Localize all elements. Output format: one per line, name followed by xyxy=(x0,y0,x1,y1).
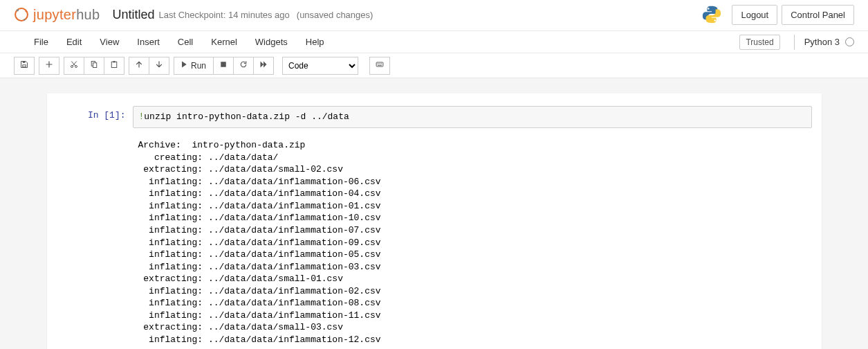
svg-point-8 xyxy=(71,66,73,68)
code-text: unzip intro-python-data.zip -d ../data xyxy=(144,111,349,122)
copy-icon xyxy=(90,60,98,71)
celltype-select[interactable]: Code xyxy=(282,57,358,75)
save-button[interactable] xyxy=(14,57,35,75)
paste-button[interactable] xyxy=(104,57,124,75)
document-title[interactable]: Untitled xyxy=(112,8,154,22)
code-cell[interactable]: In [1]: !unzip intro-python-data.zip -d … xyxy=(47,103,822,131)
output-prompt xyxy=(57,139,133,346)
svg-rect-14 xyxy=(221,62,226,67)
svg-point-9 xyxy=(75,66,77,68)
menubar: File Edit View Insert Cell Kernel Widget… xyxy=(0,31,868,53)
menu-widgets[interactable]: Widgets xyxy=(246,33,297,51)
notebook-container: In [1]: !unzip intro-python-data.zip -d … xyxy=(0,78,868,349)
copy-button[interactable] xyxy=(84,57,104,75)
jupyter-icon xyxy=(14,7,29,22)
trusted-badge[interactable]: Trusted xyxy=(739,35,779,50)
logo-text: jupyterhub xyxy=(33,7,100,23)
svg-point-3 xyxy=(24,19,25,20)
unsaved-indicator: (unsaved changes) xyxy=(297,10,373,20)
svg-point-18 xyxy=(378,63,379,64)
logout-button[interactable]: Logout xyxy=(732,5,777,25)
arrow-down-icon xyxy=(155,60,163,71)
svg-rect-7 xyxy=(23,62,26,63)
plus-icon xyxy=(45,60,53,71)
add-cell-button[interactable] xyxy=(39,57,59,75)
input-prompt: In [1]: xyxy=(57,106,133,128)
cell-output: Archive: intro-python-data.zip creating:… xyxy=(133,139,812,346)
restart-icon xyxy=(239,60,248,71)
menu-file[interactable]: File xyxy=(25,33,57,51)
code-input[interactable]: !unzip intro-python-data.zip -d ../data xyxy=(133,106,812,128)
move-up-button[interactable] xyxy=(129,57,149,75)
svg-rect-16 xyxy=(378,65,382,66)
run-label: Run xyxy=(191,61,206,71)
svg-point-19 xyxy=(380,63,380,64)
menu-help[interactable]: Help xyxy=(297,33,333,51)
kernel-indicator[interactable]: Python 3 xyxy=(794,35,854,50)
play-icon xyxy=(180,60,188,71)
cut-button[interactable] xyxy=(64,57,84,75)
menubar-items: File Edit View Insert Cell Kernel Widget… xyxy=(25,33,333,51)
menu-edit[interactable]: Edit xyxy=(57,33,91,51)
svg-rect-11 xyxy=(93,63,97,68)
output-cell: Archive: intro-python-data.zip creating:… xyxy=(47,131,822,348)
kernel-name: Python 3 xyxy=(804,37,840,47)
svg-point-4 xyxy=(708,8,710,9)
menu-kernel[interactable]: Kernel xyxy=(202,33,246,51)
svg-point-2 xyxy=(26,10,27,12)
menu-view[interactable]: View xyxy=(91,33,128,51)
scissors-icon xyxy=(70,60,78,71)
restart-button[interactable] xyxy=(234,57,254,75)
keyboard-icon xyxy=(376,60,384,71)
python-icon xyxy=(701,4,722,25)
control-panel-button[interactable]: Control Panel xyxy=(782,5,854,25)
header-bar: jupyterhub Untitled Last Checkpoint: 14 … xyxy=(0,0,868,31)
save-icon xyxy=(20,60,28,71)
menu-insert[interactable]: Insert xyxy=(128,33,169,51)
svg-point-17 xyxy=(377,63,378,64)
menu-cell[interactable]: Cell xyxy=(169,33,202,51)
svg-point-5 xyxy=(714,19,716,21)
notebook-sheet: In [1]: !unzip intro-python-data.zip -d … xyxy=(47,93,822,349)
svg-point-1 xyxy=(17,9,19,11)
checkpoint-text: Last Checkpoint: 14 minutes ago xyxy=(158,10,289,20)
run-button[interactable]: Run xyxy=(174,57,214,75)
svg-point-20 xyxy=(381,63,382,64)
arrow-up-icon xyxy=(135,60,143,71)
fast-forward-icon xyxy=(259,60,268,71)
stop-icon xyxy=(219,60,228,71)
svg-rect-13 xyxy=(113,61,116,62)
svg-rect-12 xyxy=(111,62,117,67)
jupyterhub-logo[interactable]: jupyterhub xyxy=(14,7,100,23)
command-palette-button[interactable] xyxy=(369,57,390,75)
paste-icon xyxy=(110,60,118,71)
kernel-idle-icon xyxy=(845,37,854,46)
svg-rect-6 xyxy=(23,65,26,67)
stop-button[interactable] xyxy=(214,57,234,75)
svg-rect-15 xyxy=(376,62,383,66)
toolbar: Run Code xyxy=(0,53,868,78)
move-down-button[interactable] xyxy=(149,57,169,75)
restart-run-all-button[interactable] xyxy=(254,57,274,75)
